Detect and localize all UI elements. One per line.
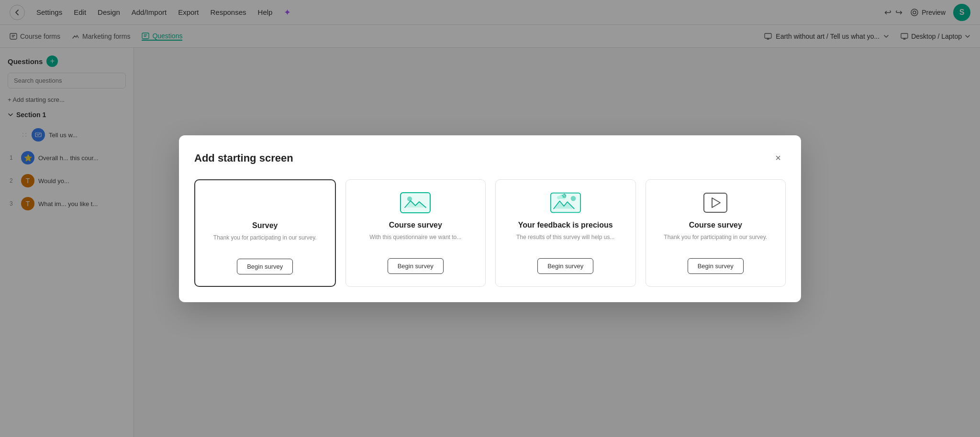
card-3-title: Your feedback is precious <box>518 221 613 229</box>
card-1-desc: Thank you for participating in our surve… <box>213 234 317 249</box>
template-card-4[interactable]: Course survey Thank you for participatin… <box>646 179 786 287</box>
landscape-2-icon <box>550 191 581 214</box>
card-1-title: Survey <box>252 221 278 230</box>
card-2-title: Course survey <box>389 221 442 229</box>
svg-marker-20 <box>712 198 720 208</box>
card-1-icon <box>250 192 280 215</box>
modal-close-button[interactable]: × <box>770 151 786 166</box>
begin-survey-button-3[interactable]: Begin survey <box>537 258 593 274</box>
begin-survey-button-2[interactable]: Begin survey <box>388 258 444 274</box>
modal-header: Add starting screen × <box>194 151 786 166</box>
begin-survey-button-4[interactable]: Begin survey <box>688 258 744 274</box>
svg-point-12 <box>407 197 412 201</box>
template-card-2[interactable]: Course survey With this questionnaire we… <box>345 179 486 287</box>
landscape-icon <box>400 192 431 213</box>
begin-survey-button-1[interactable]: Begin survey <box>237 259 293 274</box>
svg-point-14 <box>570 196 576 201</box>
card-2-icon <box>400 191 431 214</box>
card-2-desc: With this questionnaire we want to... <box>369 233 461 249</box>
template-card-3[interactable]: Your feedback is precious The results of… <box>495 179 636 287</box>
modal-title: Add starting screen <box>194 152 293 164</box>
svg-rect-19 <box>704 193 727 212</box>
card-3-desc: The results of this survey will help us.… <box>516 233 614 249</box>
modal-overlay[interactable]: Add starting screen × Survey Thank you f… <box>0 0 980 437</box>
add-starting-screen-modal: Add starting screen × Survey Thank you f… <box>179 135 801 302</box>
card-4-icon <box>700 191 731 214</box>
template-card-1[interactable]: Survey Thank you for participating in ou… <box>194 179 336 287</box>
svg-point-17 <box>562 196 566 199</box>
card-4-desc: Thank you for participating in our surve… <box>664 233 767 249</box>
card-4-title: Course survey <box>689 221 742 229</box>
svg-rect-11 <box>401 193 430 213</box>
template-cards-grid: Survey Thank you for participating in ou… <box>194 179 786 287</box>
play-icon <box>702 191 729 214</box>
card-3-icon <box>550 191 581 214</box>
